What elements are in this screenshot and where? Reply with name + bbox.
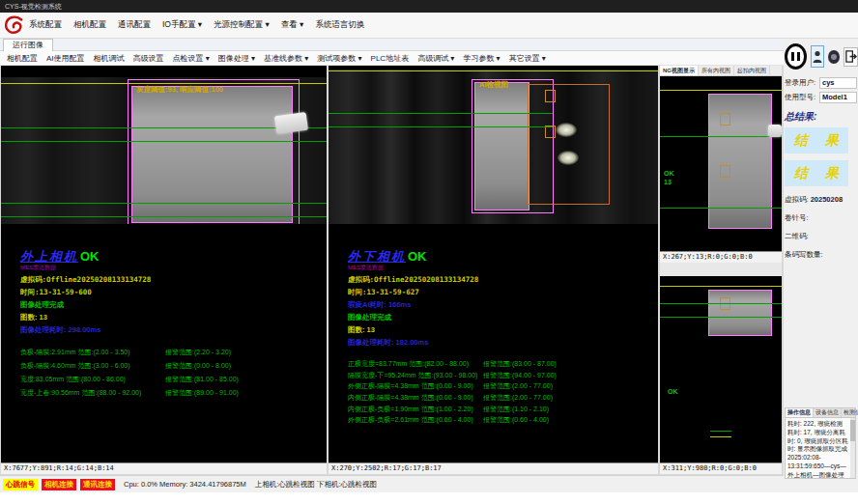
menu-item[interactable]: 系统语言切换 xyxy=(315,19,364,31)
model-row: 使用型号: Model1 xyxy=(785,92,857,103)
info-tab[interactable]: 设备信息 xyxy=(814,408,842,417)
yellow-guide-line xyxy=(329,70,658,71)
toolbar-item[interactable]: 图像处理 ▾ xyxy=(218,53,255,64)
result-box-2-text: 结 果 xyxy=(787,165,845,182)
info-log-text[interactable]: 耗时: 222, 瑕疵检测耗时: 17, 瑕疵分离耗时: 0, 瑕疵抓取分区耗时… xyxy=(785,417,856,479)
login-user-label: 登录用户: xyxy=(785,78,819,88)
green-guide-line xyxy=(710,431,731,432)
tab-run-image[interactable]: 运行图像 xyxy=(3,39,53,51)
green-guide-line xyxy=(660,303,782,304)
ng-view-2[interactable]: OK xyxy=(660,276,782,462)
process-time-line: 图像处理耗时: 182.00ms xyxy=(348,338,655,348)
control-buttons xyxy=(785,43,858,70)
app-window: CYS-视觉检测系统 系统配置相机配置通讯配置IO手配置 ▾光源控制配置 ▾查看… xyxy=(0,0,858,504)
ng-view2-text: OK xyxy=(668,388,678,396)
info-panel: 操作信息设备信息检测信息 耗时: 222, 瑕疵检测耗时: 17, 瑕疵分离耗时… xyxy=(785,407,856,479)
info-scrollbar[interactable] xyxy=(850,418,855,478)
measurement-value: 负极-隔膜:4.60mm 范围:(3.00 - 6.00) xyxy=(20,359,165,373)
menu-item[interactable]: 系统配置 xyxy=(29,19,62,31)
weld-glow-spot xyxy=(556,123,577,137)
camera-image-lower[interactable]: AI检视图 xyxy=(329,70,658,224)
logout-icon xyxy=(844,50,857,63)
tab-strip: 运行图像 xyxy=(0,39,858,51)
menu-item[interactable]: 查看 ▾ xyxy=(281,19,304,31)
ng-view1-text: 13 xyxy=(664,179,672,186)
alarm-range: 报警范围:(2.00 - 77.00) xyxy=(483,392,553,404)
green-guide-line xyxy=(329,113,553,114)
measurement-list: 负极-隔膜:2.91mm 范围:(2.00 - 3.50)报警范围:(2.20 … xyxy=(20,346,324,400)
measurement-value: 宽度:83.05mm 范围:(80.00 - 86.00) xyxy=(20,373,165,386)
ng-view-tab[interactable]: NG视图显示 xyxy=(660,66,699,75)
login-user-field[interactable]: cys xyxy=(819,77,857,89)
info-tab[interactable]: 操作信息 xyxy=(786,408,814,417)
toolbar-item[interactable]: 基准线参数 ▾ xyxy=(264,53,308,64)
ai-defect-box xyxy=(545,90,556,102)
weld-glow-spot xyxy=(558,151,579,165)
green-guide-line xyxy=(329,126,553,127)
info-tab[interactable]: 检测信息 xyxy=(842,408,858,417)
gear-icon xyxy=(831,54,837,60)
measurement-value: 外侧正极-隔膜=4.38mm 范围:(0.00 - 9.00) xyxy=(348,380,483,392)
result-box-2: 结 果 xyxy=(785,160,848,186)
green-guide-line xyxy=(660,208,782,209)
result-box-1: 结 果 xyxy=(785,127,848,154)
needle-row: 卷针号: xyxy=(785,213,857,223)
threshold-overlay-label: 灰度阈值:93, 响应阈值:100 xyxy=(136,85,223,95)
ng-view-1[interactable]: OK 13 xyxy=(660,76,782,251)
measurement-row: 内侧正极-隔膜=4.38mm 范围:(0.00 - 9.00)报警范围:(2.0… xyxy=(348,392,655,404)
toolbar-item[interactable]: 其它设置 ▾ xyxy=(509,53,546,64)
time-line: 时间:13-31-59-627 xyxy=(348,288,655,297)
measurement-row: 外侧正极-负极=2.61mm 范围:(0.60 - 4.00)报警范围:(0.6… xyxy=(348,414,655,426)
cpu-memory-text: Cpu: 0.0% Memory: 3424.41796875M xyxy=(124,480,246,489)
yellow-guide-line xyxy=(710,436,731,437)
measurement-value: 宽度-上卷:90.56mm 范围:(88.00 - 92.00) xyxy=(20,386,165,400)
alarm-range: 报警范围:(0.60 - 4.00) xyxy=(483,414,549,426)
menu-item[interactable]: 通讯配置 xyxy=(118,19,151,31)
ai-defect-box xyxy=(720,113,730,126)
exit-button[interactable] xyxy=(844,47,858,67)
pixel-coords-lower: X:270;Y:2502;R:17;G:17;B:17 xyxy=(329,462,658,474)
alarm-range: 报警范围:(83.00 - 87.00) xyxy=(483,358,557,370)
alarm-range: 报警范围:(1.10 - 2.10) xyxy=(483,404,549,415)
ai-detect-box xyxy=(528,84,610,205)
toolbar-item[interactable]: 相机配置 xyxy=(7,53,38,64)
toolbar-item[interactable]: AI使用配置 xyxy=(46,53,85,64)
toolbar-item[interactable]: 点检设置 ▾ xyxy=(173,53,210,64)
result-box-1-text: 结 果 xyxy=(787,132,845,150)
toolbar-item[interactable]: 学习参数 ▾ xyxy=(463,53,500,64)
measurement-row: 宽度-上卷:90.56mm 范围:(88.00 - 92.00)报警范围:(89… xyxy=(20,386,324,400)
model-label: 使用型号: xyxy=(785,93,819,102)
model-field[interactable]: Model1 xyxy=(819,92,857,103)
camera-name-label: 外下相机 xyxy=(348,249,406,264)
heartbeat-badge: 心跳信号 xyxy=(3,479,38,490)
camera-view-lower: AI检视图 外下相机OK MES发送数据 虚拟码:Offline20250208… xyxy=(329,66,658,474)
content-area: 灰度阈值:93, 响应阈值:100 外上相机OK MES发送数据 虚拟码:Off… xyxy=(0,66,858,475)
toolbar-item[interactable]: 相机调试 xyxy=(94,53,125,64)
result-title: 外上相机OK xyxy=(20,247,324,264)
login-user-row: 登录用户: cys xyxy=(785,77,857,89)
result-block-upper: 外上相机OK MES发送数据 虚拟码:Offline20250208133134… xyxy=(20,247,324,400)
barcode-line: 虚拟码:Offline20250208133134728 xyxy=(20,275,324,285)
pixel-coords-ng1: X:267;Y:13;R:0;G:0;B:0 xyxy=(660,251,782,263)
toolbar-item[interactable]: PLC地址表 xyxy=(371,53,410,64)
ok-status-label: OK xyxy=(80,249,100,264)
menu-item[interactable]: 光源控制配置 ▾ xyxy=(214,19,270,31)
user-button[interactable] xyxy=(811,45,824,68)
toolbar-item[interactable]: 测试项参数 ▾ xyxy=(317,53,361,64)
ng-view-tab[interactable]: 所有内视图 xyxy=(699,66,734,75)
camera-view-upper: 灰度阈值:93, 响应阈值:100 外上相机OK MES发送数据 虚拟码:Off… xyxy=(1,66,327,474)
pause-button[interactable] xyxy=(785,43,807,70)
menu-bar: 系统配置相机配置通讯配置IO手配置 ▾光源控制配置 ▾查看 ▾系统语言切换 xyxy=(0,13,858,39)
menu-item[interactable]: IO手配置 ▾ xyxy=(162,19,202,31)
menu-items: 系统配置相机配置通讯配置IO手配置 ▾光源控制配置 ▾查看 ▾系统语言切换 xyxy=(29,19,376,31)
menu-item[interactable]: 相机配置 xyxy=(73,19,106,31)
needle-label: 卷针号: xyxy=(785,213,809,222)
camera-image-upper[interactable]: 灰度阈值:93, 响应阈值:100 xyxy=(1,77,327,224)
toolbar-item[interactable]: 高级调试 ▾ xyxy=(417,53,454,64)
yellow-guide-line xyxy=(660,286,782,287)
measurement-row: 正极宽度=83.77mm 范围:(82.00 - 88.00)报警范围:(83.… xyxy=(348,358,655,370)
ng-view-tab[interactable]: 起拍内视图 xyxy=(734,66,770,75)
result-block-lower: 外下相机OK MES发送数据 虚拟码:Offline20250208133134… xyxy=(348,247,655,426)
toolbar-item[interactable]: 高级设置 xyxy=(133,53,164,64)
settings-button[interactable] xyxy=(828,50,840,64)
